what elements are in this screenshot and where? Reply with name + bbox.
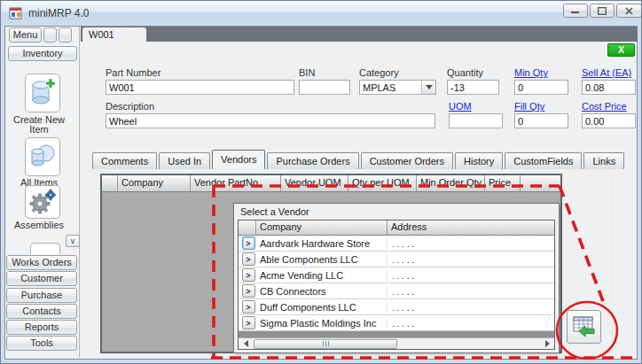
vendor-row[interactable]: > Duff Components LLC ..... [239, 299, 554, 315]
sidebar-inventory-button[interactable]: Inventory [8, 46, 77, 61]
scroll-right-icon[interactable] [540, 338, 554, 349]
part-number-label: Part Number [106, 67, 160, 78]
all-items-button[interactable] [25, 137, 60, 176]
vendor-address: ..... [388, 238, 554, 249]
column-header-address[interactable]: Address [388, 221, 554, 236]
category-dropdown[interactable]: MPLAS [359, 80, 436, 95]
title-bar: miniMRP 4.0 [2, 1, 642, 26]
minimize-icon [571, 7, 580, 14]
toolbar-blank-button-2[interactable] [59, 27, 72, 43]
fill-qty-link[interactable]: Fill Qty [514, 101, 544, 112]
assemblies-label: Assemblies [4, 221, 74, 230]
all-items-cylinders-icon [27, 142, 58, 172]
sidebar-item-reports[interactable]: Reports [6, 320, 77, 335]
pick-vendor-from-grid-button[interactable] [567, 310, 601, 344]
tab-purchase-orders[interactable]: Purchase Orders [267, 152, 358, 169]
vendor-row[interactable]: > Acme Vending LLC ..... [239, 267, 554, 283]
bin-label: BIN [299, 67, 315, 78]
vendor-row[interactable]: > CB Connectors ..... [239, 283, 554, 299]
vendor-list-empty-area [239, 331, 554, 337]
vendor-company: Acme Vending LLC [256, 270, 388, 281]
tab-comments[interactable]: Comments [92, 152, 157, 169]
vendor-company: CB Connectors [256, 286, 388, 297]
row-selector-header [239, 221, 256, 236]
column-header-min-order-qty[interactable]: Min Order Qty [417, 175, 485, 192]
document-tabstrip [81, 27, 638, 42]
new-item-cylinder-plus-icon [27, 77, 58, 109]
vendors-grid-header: Company Vendor PartNo Vendor UOM Qty per… [102, 175, 560, 192]
close-icon [625, 7, 633, 15]
sidebar-item-works-orders[interactable]: Works Orders [6, 255, 77, 270]
column-header-company[interactable]: Company [256, 221, 388, 236]
column-header-filler [521, 175, 560, 192]
scrollbar-thumb[interactable] [254, 339, 397, 349]
vendor-company: Sigma Plastic Moldings Inc [256, 318, 388, 329]
sidebar-item-tools[interactable]: Tools [6, 336, 77, 351]
column-header-qty-per-uom[interactable]: Qty per UOM [348, 175, 417, 192]
cost-price-field[interactable] [582, 113, 636, 128]
tab-history[interactable]: History [455, 152, 503, 169]
column-header-vendor-partno[interactable]: Vendor PartNo [191, 175, 281, 192]
select-row-button[interactable]: > [242, 252, 255, 266]
minimize-button[interactable] [563, 4, 588, 18]
sidebar-item-purchase-orders[interactable]: Purchase Orders [6, 288, 77, 303]
column-header-company[interactable]: Company [118, 175, 191, 192]
toolbar-blank-button-1[interactable] [43, 27, 57, 43]
tab-customfields[interactable]: CustomFields [505, 152, 582, 169]
horizontal-scrollbar[interactable] [239, 337, 554, 349]
fill-qty-field[interactable] [514, 113, 568, 128]
quantity-field[interactable] [447, 80, 499, 95]
create-new-item-button[interactable] [25, 74, 60, 112]
maximize-button[interactable] [590, 4, 615, 18]
column-header-price[interactable]: Price [485, 175, 521, 192]
min-qty-link[interactable]: Min Qty [514, 67, 548, 78]
vendor-address: ..... [388, 302, 554, 313]
min-qty-field[interactable] [514, 80, 568, 95]
uom-link[interactable]: UOM [449, 101, 472, 112]
bin-field[interactable] [299, 80, 350, 95]
app-icon [9, 6, 23, 20]
select-row-button[interactable]: > [242, 236, 255, 250]
menu-button[interactable]: Menu [9, 27, 42, 43]
tab-customer-orders[interactable]: Customer Orders [361, 152, 453, 169]
close-button[interactable] [616, 4, 642, 18]
create-new-item-label: Create New Item [4, 115, 74, 135]
category-label: Category [359, 67, 399, 78]
description-field[interactable] [106, 113, 435, 128]
sell-at-field[interactable] [582, 80, 636, 95]
tab-links[interactable]: Links [583, 152, 624, 169]
vendor-row[interactable]: > Able Components LLC ..... [239, 252, 554, 267]
vendor-address: ..... [388, 318, 554, 329]
column-header-vendor-uom[interactable]: Vendor UOM [281, 175, 348, 192]
assemblies-button[interactable] [25, 185, 60, 219]
vendor-address: ..... [388, 270, 554, 281]
tab-w001[interactable]: W001 [82, 27, 146, 42]
vendor-row[interactable]: > Aardvark Hardware Store ..... [239, 236, 554, 252]
sidebar-item-contacts[interactable]: Contacts [6, 304, 77, 319]
chevron-down-icon[interactable] [421, 81, 435, 94]
select-row-button[interactable]: > [242, 268, 255, 282]
sidebar-collapse-button[interactable]: v [66, 235, 80, 247]
tab-vendors[interactable]: Vendors [212, 150, 265, 169]
vendor-list-header: Company Address [239, 221, 554, 236]
pick-from-grid-icon [572, 315, 597, 338]
sell-at-link[interactable]: Sell At (EA) [582, 67, 631, 78]
select-row-button[interactable]: > [242, 284, 255, 298]
vendor-list: Company Address > Aardvark Hardware Stor… [238, 220, 555, 350]
scroll-left-icon[interactable] [239, 338, 253, 349]
select-row-button[interactable]: > [242, 316, 255, 329]
uom-field[interactable] [449, 113, 503, 128]
select-vendor-popup: Select a Vendor Company Address > Aardva… [233, 203, 560, 353]
sidebar-item-customer-orders[interactable]: Customer Orders [6, 271, 77, 286]
select-row-button[interactable]: > [242, 300, 255, 314]
part-number-field[interactable] [106, 80, 294, 95]
vendor-row[interactable]: > Sigma Plastic Moldings Inc ..... [239, 315, 554, 331]
tab-used-in[interactable]: Used In [159, 152, 210, 169]
vendor-company: Aardvark Hardware Store [256, 238, 388, 249]
close-item-button[interactable]: X [607, 43, 635, 57]
popup-title: Select a Vendor [234, 204, 559, 217]
vendor-address: ..... [388, 286, 554, 297]
detail-tabstrip: Comments Used In Vendors Purchase Orders… [92, 150, 626, 169]
category-value: MPLAS [360, 81, 421, 94]
app-window: miniMRP 4.0 Menu Inventory Create New It… [0, 0, 642, 364]
